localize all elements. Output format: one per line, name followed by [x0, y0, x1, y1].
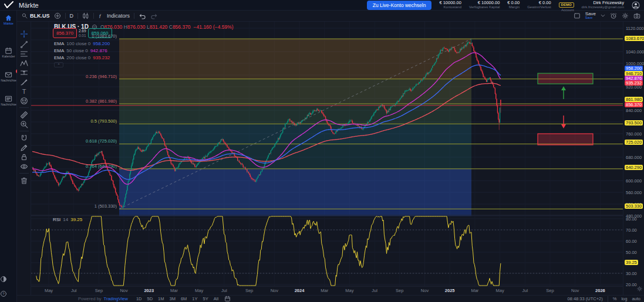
stat-verfuegbares-kapital: € 10000.00Verfügbares Kapital — [469, 1, 500, 9]
rsi-legend[interactable]: RSI1439.25 — [53, 217, 82, 222]
range-1y[interactable]: 1Y — [192, 296, 197, 301]
drawing-toolbar: T — [17, 22, 31, 295]
legend-collapse-button[interactable]: ⌃ — [54, 62, 63, 67]
ema-100-legend[interactable]: EMA100 close 0958.200 — [54, 41, 110, 46]
undo-icon[interactable] — [139, 13, 146, 19]
time-label: 2026 — [591, 288, 609, 293]
percent-scale-button[interactable]: % — [613, 296, 617, 301]
trading-app: Märkte Zu Live-Konto wechseln € 10000.00… — [0, 0, 644, 302]
range-6m[interactable]: 6M — [181, 296, 187, 301]
mail-icon — [5, 71, 12, 79]
theme-toggle-button[interactable] — [0, 276, 17, 283]
zoom-in-icon[interactable] — [19, 120, 29, 128]
trend-line-icon[interactable] — [19, 40, 29, 49]
axis-settings-gear-icon[interactable] — [636, 286, 643, 292]
eye-hide-icon[interactable] — [19, 162, 29, 171]
magnet-icon[interactable] — [19, 134, 29, 142]
svg-text:0.5 (793.500): 0.5 (793.500) — [90, 118, 117, 124]
chart-pane[interactable]: 0 (1083.670)0.236 (946.710)0.382 (861.98… — [31, 22, 623, 295]
fx-icon: ƒ — [98, 13, 104, 19]
sidebar-item-nachrichten-mail[interactable]: 1 Nachrichten — [0, 71, 17, 82]
rsi-tick: 60.00 — [626, 239, 637, 244]
app-sidebar: Märkte Kalender 1 Nachrichten Nachrichte… — [0, 11, 17, 302]
stat-margin: € 0.00Margin — [507, 1, 520, 9]
ema-50-legend[interactable]: EMA50 close 0942.876 — [54, 48, 107, 53]
price-tick: 760.000 — [626, 131, 642, 137]
divider — [19, 107, 29, 108]
long-position-icon[interactable] — [19, 69, 29, 77]
switch-live-account-button[interactable]: Zu Live-Konto wechseln — [367, 1, 432, 10]
price-label: 793.500 — [625, 120, 643, 125]
range-5d[interactable]: 5D — [147, 296, 153, 301]
rsi-tick: 30.00 — [626, 271, 637, 276]
price-tick: 840.000 — [626, 108, 642, 113]
emoji-icon[interactable] — [19, 97, 29, 105]
time-label: Mar — [466, 288, 484, 293]
measure-ruler-icon[interactable] — [19, 111, 29, 119]
range-1d[interactable]: 1D — [136, 296, 142, 301]
svg-text:T: T — [22, 88, 26, 95]
camera-icon[interactable] — [633, 12, 640, 19]
avatar-icon[interactable] — [632, 1, 640, 9]
symbol-search[interactable]: BLK.US — [22, 13, 50, 19]
contrast-icon — [0, 276, 7, 283]
ema-200-legend[interactable]: EMA200 close 0935.232 — [54, 55, 110, 60]
time-axis[interactable]: MayJulSepNov2023MarMayJulSepNov2024MarMa… — [31, 287, 623, 295]
chart-canvas[interactable]: 0 (1083.670)0.236 (946.710)0.382 (861.98… — [31, 22, 623, 295]
xabcd-pattern-icon[interactable] — [19, 59, 29, 67]
time-label: 2024 — [291, 288, 308, 293]
svg-text:?: ? — [2, 292, 5, 296]
svg-text:0.618 (725.020): 0.618 (725.020) — [86, 138, 117, 144]
range-1m[interactable]: 1M — [158, 296, 164, 301]
lock-icon[interactable] — [19, 153, 29, 161]
price-axis[interactable]: 1120.0001040.0001000.000920.000840.00076… — [623, 22, 644, 295]
sidebar-item-kalender[interactable]: Kalender — [0, 47, 17, 58]
crosshair-icon[interactable] — [19, 30, 29, 38]
pencil-edit-icon[interactable] — [19, 144, 29, 152]
add-symbol-icon[interactable] — [54, 12, 61, 19]
clock[interactable]: 08:48:33 (UTC+2) — [567, 296, 602, 301]
alert-icon[interactable] — [610, 12, 617, 19]
range-3m[interactable]: 3M — [170, 296, 176, 301]
chevron-down-icon[interactable] — [601, 13, 605, 18]
tradingview-link[interactable]: TradingView — [104, 296, 128, 301]
help-button[interactable]: ? — [0, 290, 17, 297]
sidebar-item-nachrichten-news[interactable]: Nachrichten — [0, 95, 17, 106]
price-label: 856.370 — [625, 102, 643, 107]
trash-icon[interactable] — [19, 177, 29, 185]
indicators-button[interactable]: ƒ Indicators — [98, 13, 130, 19]
brush-icon[interactable] — [19, 78, 29, 86]
time-label: Nov — [265, 288, 283, 293]
redo-icon[interactable] — [150, 13, 158, 19]
buy-button[interactable]: 859.060 — [88, 28, 112, 38]
log-scale-button[interactable]: log — [621, 296, 627, 301]
top-bar: Märkte Zu Live-Konto wechseln € 10000.00… — [0, 0, 644, 11]
range-5y[interactable]: 5Y — [203, 296, 208, 301]
divider — [19, 131, 29, 131]
auto-scale-button[interactable]: auto — [632, 296, 640, 301]
layout-icon[interactable] — [574, 12, 581, 19]
divider — [77, 13, 78, 19]
range-all[interactable]: All — [214, 296, 218, 301]
spread-display: 2.69 0.01 — [79, 29, 86, 38]
time-label: Nov — [416, 288, 434, 293]
text-tool-icon[interactable]: T — [19, 87, 29, 96]
go-to-date-icon[interactable] — [224, 296, 231, 302]
save-button[interactable]: Save Save — [585, 12, 596, 20]
time-label: Mar — [316, 288, 333, 293]
svg-text:0.382 (861.980): 0.382 (861.980) — [86, 99, 117, 104]
sell-button[interactable]: 856.370 — [53, 28, 77, 38]
interval-button[interactable]: D — [70, 13, 74, 19]
time-label: Jul — [516, 288, 534, 293]
price-label: 1083.670 — [625, 36, 644, 41]
page-title: Märkte — [19, 2, 39, 9]
sidebar-item-maerkte[interactable]: Märkte — [0, 14, 17, 25]
user-info: Dirk Friczewskydirk.friczewsky@gmail.com — [582, 1, 624, 10]
settings-gear-icon[interactable] — [622, 12, 629, 19]
svg-text:1 (503.330): 1 (503.330) — [95, 203, 117, 209]
fib-retracement-icon[interactable] — [19, 50, 29, 58]
chart-type-candles-icon[interactable] — [82, 12, 89, 19]
price-tick: 1120.000 — [626, 26, 644, 31]
topbar-right: Zu Live-Konto wechseln € 10000.00Kontost… — [367, 0, 644, 12]
time-label: Sep — [241, 288, 258, 293]
